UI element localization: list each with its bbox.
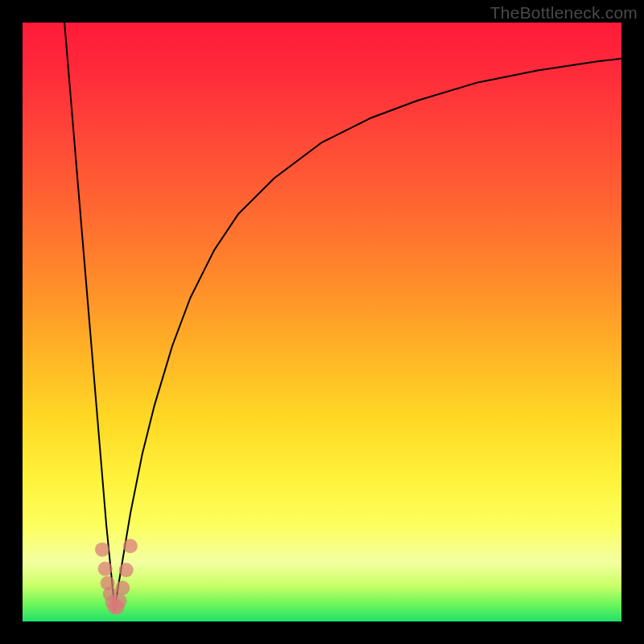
- valley-marker-8: [115, 580, 130, 595]
- markers-group: [95, 539, 138, 614]
- valley-marker-1: [98, 562, 113, 576]
- curve-svg: [23, 23, 621, 621]
- valley-marker-7: [113, 594, 127, 609]
- curves-group: [64, 23, 621, 609]
- watermark-text: TheBottleneck.com: [490, 3, 638, 23]
- series-left-branch: [64, 23, 115, 609]
- series-right-branch: [115, 59, 621, 609]
- plot-area: [23, 23, 621, 621]
- valley-marker-10: [123, 539, 138, 553]
- valley-marker-0: [95, 543, 109, 557]
- chart-frame: TheBottleneck.com: [0, 0, 644, 644]
- valley-marker-9: [119, 563, 134, 577]
